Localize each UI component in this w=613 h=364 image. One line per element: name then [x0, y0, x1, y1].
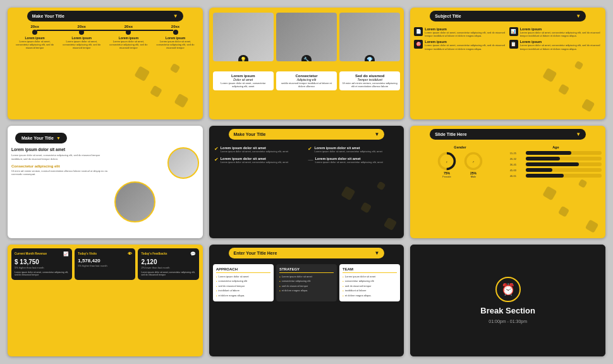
male-label: Male: [471, 175, 476, 178]
slide-columns: Enter Your Title Here ▼ APPROACH •Lorem …: [209, 245, 404, 356]
col-team-item-1: •consectetur adipiscing elit: [343, 279, 397, 284]
minus-icon-3: —: [308, 157, 313, 162]
year-1: 20xx: [78, 25, 86, 28]
col-approach-item-2: •sed do eiusmod tempor: [216, 284, 270, 289]
slide5-header: Make Your Title ▼: [229, 129, 385, 140]
slide4-header: Make Your Title ▼: [15, 133, 67, 143]
subject-icon-3: 📋: [509, 40, 518, 49]
col-approach-item-0: •Lorem ipsum dolor sit amet: [216, 275, 270, 280]
bullet-icon: •: [279, 289, 281, 294]
slide1-header: Make Your Title ▼: [27, 11, 183, 21]
slide4-arrow-icon: ▼: [56, 136, 61, 140]
deco-pattern3-icon: [537, 58, 605, 120]
slide1-timeline-row: 20xx Lorem ipsum Lorem ipsum dolor sit a…: [8, 25, 203, 50]
col-strategy-item-3: •et dolore magna aliqua.: [279, 289, 334, 294]
col-team-item-3: •incididunt ut labore: [343, 289, 397, 294]
stat-change-0: 5% higher than last month: [15, 266, 69, 269]
slide4-img-circle-sm: [167, 147, 199, 179]
slide5-content: ✔ Lorem ipsum dolor sit amet Lorem ipsum…: [209, 143, 404, 166]
slide4-secondary-desc: Ut enim ad minim veniam, nostrud exercit…: [11, 169, 111, 176]
col-approach-item-1: •consectetur adipiscing elit: [216, 279, 270, 284]
slide4-main-title: Lorem ipsum dolor sit amet: [11, 147, 111, 152]
year-0: 20xx: [30, 25, 39, 28]
bullet-icon: •: [216, 275, 217, 280]
svg-text:♂: ♂: [472, 160, 475, 164]
bar-fill-1: [526, 157, 560, 161]
bullet-icon: •: [279, 279, 281, 284]
slide4-main-desc: Lorem ipsum dolor sit amet, consectetur …: [11, 154, 111, 161]
male-donut-chart: ♂: [463, 151, 483, 171]
timeline-item-3: 20xx Lorem ipsum Lorem ipsum dolor sit a…: [155, 25, 196, 50]
check-desc-2: Lorem ipsum dolor sit amet, consectetur …: [221, 161, 288, 164]
slide8-arrow-icon: ▼: [375, 250, 380, 256]
slide3-arrow-icon: ▼: [576, 13, 581, 19]
stat-header-2: Today's Feedbacks 💬: [141, 252, 195, 257]
gender-label: Gender: [454, 145, 466, 149]
check-item-0: ✔ Lorem ipsum dolor sit amet Lorem ipsum…: [214, 146, 305, 153]
dot-1: [79, 30, 84, 35]
bullet-icon: •: [216, 289, 217, 294]
deco-pattern5-icon: [336, 176, 404, 238]
slide6-title: Slide Title Here: [435, 132, 466, 136]
timeline-item-1: 20xx Lorem ipsum Lorem ipsum dolor sit a…: [61, 25, 102, 50]
bar-track-2: [526, 162, 602, 166]
checkmark-icon-2: ✔: [214, 157, 219, 162]
age-bar-area: Age 15-25 26-32 36-45: [510, 145, 602, 179]
col-approach-item-3: •incididunt ut labore: [216, 289, 270, 294]
slide-image-text: Make Your Title ▼ Lorem ipsum dolor sit …: [8, 126, 203, 238]
deco-pattern-icon: [135, 58, 203, 120]
stat-label-2: Today's Feedbacks: [141, 252, 167, 255]
subject-desc-2: Lorem ipsum dolor sit amet, consectetur …: [425, 44, 506, 50]
slide5-arrow-icon: ▼: [375, 131, 380, 137]
img-icon-1: 🔧: [301, 55, 312, 61]
subject-text-3: Lorem ipsum Lorem ipsum dolor sit amet, …: [520, 40, 602, 50]
dot-3: [173, 30, 178, 35]
gender-chart-area: Gender ♀ 75% Female: [414, 145, 506, 179]
bar-row-3: 45-60: [510, 168, 602, 172]
age-range-4: 46-61: [510, 174, 524, 178]
col0-desc: Lorem ipsum dolor sit amet, consectetur …: [215, 82, 271, 88]
text-col-2: Sed do eiusmod Tempor incididunt Ut enim…: [339, 71, 400, 90]
svg-rect-8: [341, 186, 356, 200]
check-item-2: ✔ Lorem ipsum dolor sit amet Lorem ipsum…: [214, 157, 305, 164]
slide2-text-row: Lorem ipsum Dolor sit amet Lorem ipsum d…: [209, 64, 404, 94]
stat-icon-2: 💬: [190, 252, 196, 257]
bar-track-3: [526, 168, 602, 172]
svg-rect-10: [377, 181, 386, 191]
subject-item-3: 📋 Lorem ipsum Lorem ipsum dolor sit amet…: [509, 40, 602, 50]
slide3-header: Subject Title ▼: [430, 11, 586, 21]
img-icon-0: 💡: [238, 55, 248, 61]
slide5-title: Make Your Title: [234, 132, 266, 136]
stat-label-0: Current Month Revenue: [15, 252, 47, 255]
bullet-icon: •: [279, 284, 281, 289]
text-3: Lorem ipsum dolor sit amet, consectetur …: [155, 40, 196, 50]
subject-text-0: Lorem ipsum Lorem ipsum dolor sit amet, …: [425, 27, 506, 37]
stat-icon-0: 📈: [63, 252, 69, 257]
col-team-item-2: •sed do eiusmod tempor: [343, 284, 397, 289]
slide8-header: Enter Your Title Here ▼: [229, 248, 385, 258]
svg-rect-6: [574, 61, 583, 70]
col-team-item-0: •Lorem ipsum dolor sit amet: [343, 275, 397, 280]
svg-rect-4: [542, 68, 557, 82]
break-time: 01:00pm - 01:30pm: [489, 319, 527, 324]
donut-row: ♀ 75% Female ♂ 25% Male: [437, 151, 483, 178]
slide-images: 💡 🔧 💎 Lorem ipsum Dolor sit amet Lorem i…: [209, 8, 404, 119]
img-icon-2: 💎: [365, 55, 375, 61]
col-strategy-item-2: •sed do eiusmod tempor: [279, 284, 334, 289]
svg-rect-18: [542, 186, 557, 200]
subject-item-1: 📊 Lorem ipsum Lorem ipsum dolor sit amet…: [509, 27, 602, 37]
check-desc-3: Lorem ipsum dolor sit amet, consectetur …: [315, 161, 382, 164]
bar-track-1: [526, 157, 602, 161]
text-col-1: Consectetur Adipiscing elit seddo eiusmo…: [276, 71, 337, 90]
bar-row-4: 46-61: [510, 174, 602, 178]
bullet-icon: •: [343, 284, 344, 289]
slide-stats: Current Month Revenue 📈 $ 13,750 5% high…: [8, 245, 203, 356]
col-team-item-4: •et dolore magna aliqua.: [343, 294, 397, 299]
subject-item-0: 📄 Lorem ipsum Lorem ipsum dolor sit amet…: [414, 27, 506, 37]
slide6-body: Gender ♀ 75% Female: [410, 143, 605, 182]
stat-desc-0: Lorem ipsum dolor sit amet, consectetur …: [15, 271, 69, 277]
col1-desc: seddo eiusmod tempor incididunt ut labor…: [279, 82, 334, 88]
slide3-content: 📄 Lorem ipsum Lorem ipsum dolor sit amet…: [410, 25, 605, 53]
slide6-header: Slide Title Here ▼: [430, 129, 586, 140]
slide4-left: Lorem ipsum dolor sit amet Lorem ipsum d…: [11, 147, 111, 222]
